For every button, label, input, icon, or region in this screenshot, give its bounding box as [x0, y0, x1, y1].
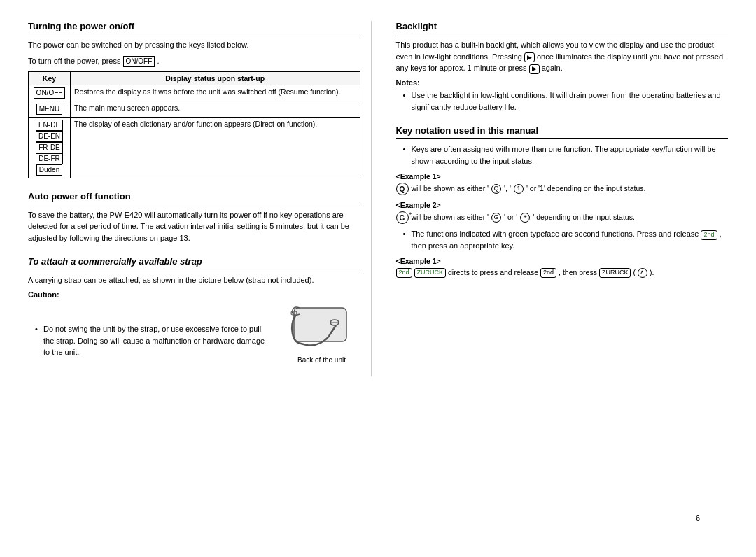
table-key-cell: MENU: [29, 101, 71, 117]
onoff-key-inline: ON/OFF: [123, 56, 155, 67]
example1-text2: ', ': [504, 183, 511, 195]
key-box-0: ON/OFF: [34, 87, 66, 99]
example2-sm-plus: +: [520, 213, 530, 223]
backlight-btn1: ▶: [524, 52, 535, 62]
example3-text1: directs to press and release: [448, 267, 538, 278]
section-backlight: Backlight This product has a built-in ba…: [396, 21, 729, 113]
table-key-cell: EN-DEDE-ENFR-DEDE-FRDuden: [29, 117, 71, 178]
example2-sm-g: G: [491, 213, 501, 223]
example3-zuruck-key2: ZURÜCK: [599, 268, 631, 278]
right-column: Backlight This product has a built-in ba…: [393, 21, 729, 376]
strap-para: A carrying strap can be attached, as sho…: [28, 274, 360, 286]
backlight-text3: again.: [542, 64, 563, 72]
section-key-notation: Key notation used in this manual Keys ar…: [396, 125, 729, 278]
example3-arrow-key: ∧: [638, 268, 648, 278]
power-para2: To turn off the power, press ON/OFF .: [28, 55, 360, 67]
strap-illustration: [287, 304, 357, 353]
section-strap: To attach a commercially available strap…: [28, 256, 360, 364]
example2-circle-g: G: [396, 211, 409, 224]
auto-power-title: Auto power off function: [28, 191, 360, 204]
strap-bullet-item: Do not swing the unit by the strap, or u…: [35, 323, 273, 358]
strap-text: Do not swing the unit by the strap, or u…: [28, 323, 273, 364]
example3-zuruck-key: ZURÜCK: [414, 268, 447, 278]
key-notation-list2: The functions indicated with green typef…: [396, 228, 729, 251]
example3-bracket-open: (: [633, 267, 636, 278]
key-notation-title: Key notation used in this manual: [396, 125, 729, 139]
backlight-bullet: Use the backlight in low-light condition…: [403, 90, 729, 113]
caution-label: Caution:: [28, 290, 360, 299]
strap-area: Do not swing the unit by the strap, or u…: [28, 304, 360, 364]
example3-2nd-key: 2nd: [396, 268, 412, 278]
example1-label: <Example 1>: [396, 172, 729, 181]
table-desc-cell: Restores the display as it was before th…: [71, 85, 360, 101]
notes-label: Notes:: [396, 78, 729, 87]
page-layout: Turning the power on/off The power can b…: [28, 21, 728, 376]
2nd-key-inline: 2nd: [701, 230, 717, 240]
backlight-title: Backlight: [396, 21, 729, 34]
example1-row: Q will be shown as either ' Q ', ' 1 ' o…: [396, 183, 729, 195]
table-col1: Key: [29, 71, 71, 85]
strap-image-area: Back of the unit: [284, 304, 360, 364]
key-notation-bullet2: The functions indicated with green typef…: [403, 228, 729, 251]
strap-bullet-list: Do not swing the unit by the strap, or u…: [28, 323, 273, 358]
section-power-title: Turning the power on/off: [28, 21, 360, 34]
section-power-onoff: Turning the power on/off The power can b…: [28, 21, 360, 178]
example1-circle-q: Q: [396, 183, 409, 195]
example3-text2: , then press: [559, 267, 597, 278]
key-box-3: DE-FR: [36, 153, 63, 164]
example2-label: <Example 2>: [396, 201, 729, 209]
strap-caption: Back of the unit: [298, 356, 346, 364]
section-auto-power: Auto power off function To save the batt…: [28, 191, 360, 244]
example2-row: G + will be shown as either ' G ' or ' +…: [396, 211, 729, 224]
table-key-cell: ON/OFF: [29, 85, 71, 101]
power-para1: The power can be switched on by pressing…: [28, 39, 360, 51]
key-box-1: DE-EN: [36, 131, 63, 142]
example1-text3: ' or '1' depending on the input status.: [526, 183, 646, 195]
key-table: Key Display status upon start-up ON/OFFR…: [28, 71, 360, 178]
example2-text3: ' depending on the input status.: [533, 212, 635, 223]
power-para2-prefix: To turn off the power, press: [28, 57, 123, 65]
key-box-0: EN-DE: [36, 120, 63, 131]
auto-power-para: To save the battery, the PW-E420 will au…: [28, 209, 360, 244]
example1-sm-1: 1: [514, 184, 524, 194]
bullet2-prefix: The functions indicated with green typef…: [412, 230, 701, 238]
key-notation-list: Keys are often assigned with more than o…: [396, 143, 729, 167]
power-para2-suffix: .: [157, 57, 159, 65]
key-box-0: MENU: [36, 104, 62, 115]
key-box-4: Duden: [36, 164, 62, 176]
key-box-2: FR-DE: [36, 142, 63, 153]
example3-label: <Example 1>: [396, 257, 729, 265]
backlight-para: This product has a built-in backlight, w…: [396, 39, 729, 74]
table-desc-cell: The display of each dictionary and/or fu…: [71, 117, 360, 178]
svg-rect-0: [294, 308, 346, 341]
example3-bracket-close: ).: [650, 267, 654, 278]
example2-circle-g-wrap: G +: [396, 211, 409, 224]
example2-text2: ' or ': [504, 212, 517, 223]
example2-text1: will be shown as either ': [412, 212, 489, 223]
table-desc-cell: The main menu screen appears.: [71, 101, 360, 117]
left-column: Turning the power on/off The power can b…: [28, 21, 372, 376]
backlight-bullet-list: Use the backlight in low-light condition…: [396, 90, 729, 113]
example2-superscript: +: [409, 210, 412, 218]
strap-title: To attach a commercially available strap: [28, 256, 360, 269]
example1-text1: will be shown as either ': [412, 183, 489, 195]
table-col2: Display status upon start-up: [71, 71, 360, 85]
page-number: 6: [696, 514, 700, 522]
example3-row: 2nd ZURÜCK directs to press and release …: [396, 267, 729, 278]
example3-2nd-key2: 2nd: [540, 268, 556, 278]
page-wrapper: Turning the power on/off The power can b…: [28, 21, 728, 536]
key-notation-bullet1: Keys are often assigned with more than o…: [403, 143, 729, 167]
example1-sm-q: Q: [491, 184, 501, 194]
backlight-btn2: ▶: [529, 64, 540, 74]
